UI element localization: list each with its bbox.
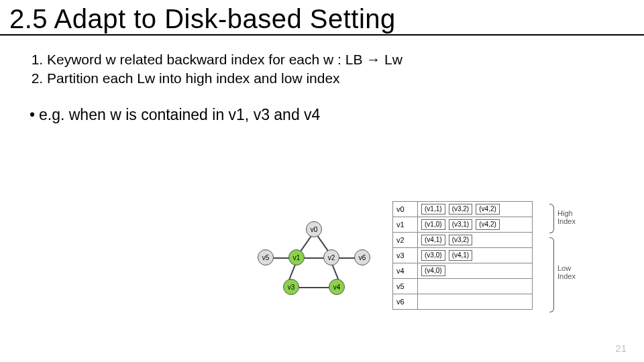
index-entries: (v1,0) (v3,1) (v4,2) — [418, 217, 533, 233]
index-key: v1 — [393, 217, 418, 233]
index-pair: (v4,0) — [421, 265, 445, 276]
index-pair: (v3,2) — [449, 235, 473, 245]
index-row-v1: v1 (v1,0) (v3,1) (v4,2) — [393, 217, 533, 233]
index-entries — [418, 279, 533, 294]
index-pair: (v1,0) — [421, 219, 445, 230]
index-entries — [418, 294, 533, 310]
index-key: v4 — [393, 263, 418, 279]
index-pair: (v3,0) — [421, 250, 445, 261]
index-pair: (v4,1) — [449, 250, 473, 261]
index-row-v6: v6 — [393, 294, 533, 310]
index-key: v3 — [393, 248, 418, 263]
graph-node-v4: v4 — [329, 279, 345, 295]
index-entries: (v3,0) (v4,1) — [418, 248, 533, 263]
index-key: v6 — [393, 294, 418, 310]
step-2: Partition each Lw into high index and lo… — [47, 69, 614, 88]
graph-figure: v0 v1 v2 v3 v4 v5 v6 — [255, 217, 376, 311]
example-line: •e.g. when w is contained in v1, v3 and … — [30, 106, 614, 124]
index-row-v0: v0 (v1,1) (v3,2) (v4,2) — [393, 202, 533, 217]
index-entries: (v4,0) — [418, 263, 533, 279]
index-row-v4: v4 (v4,0) — [393, 263, 533, 279]
index-row-v2: v2 (v4,1) (v3,2) — [393, 233, 533, 248]
index-key: v5 — [393, 279, 418, 294]
graph-node-v6: v6 — [354, 249, 370, 265]
page-number: 21 — [615, 343, 627, 354]
graph-node-v0: v0 — [306, 221, 322, 237]
index-row-v5: v5 — [393, 279, 533, 294]
index-table-wrapper: v0 (v1,1) (v3,2) (v4,2) v1 (v1,0) (v3,1)… — [392, 201, 627, 310]
index-key: v0 — [393, 202, 418, 217]
graph-node-v1: v1 — [288, 249, 305, 265]
numbered-steps: Keyword w related backward index for eac… — [30, 50, 614, 88]
low-index-text: Low Index — [557, 264, 576, 280]
high-index-text: High Index — [557, 209, 576, 225]
index-pair: (v3,1) — [449, 219, 473, 230]
index-pair: (v3,2) — [449, 204, 473, 215]
example-text: e.g. when w is contained in v1, v3 and v… — [39, 106, 320, 123]
index-entries: (v4,1) (v3,2) — [418, 233, 533, 248]
graph-node-v3: v3 — [283, 279, 299, 295]
index-pair: (v4,2) — [476, 219, 500, 230]
graph-node-v2: v2 — [323, 249, 339, 265]
index-pair: (v1,1) — [421, 204, 445, 215]
step-1: Keyword w related backward index for eac… — [47, 50, 614, 69]
index-row-v3: v3 (v3,0) (v4,1) — [393, 248, 533, 263]
index-table: v0 (v1,1) (v3,2) (v4,2) v1 (v1,0) (v3,1)… — [392, 201, 533, 310]
slide-title: 2.5 Adapt to Disk-based Setting — [0, 0, 644, 34]
index-pair: (v4,2) — [476, 204, 500, 215]
graph-node-v5: v5 — [258, 249, 274, 265]
index-entries: (v1,1) (v3,2) (v4,2) — [418, 202, 533, 217]
index-pair: (v4,1) — [421, 235, 445, 245]
index-key: v2 — [393, 233, 418, 248]
